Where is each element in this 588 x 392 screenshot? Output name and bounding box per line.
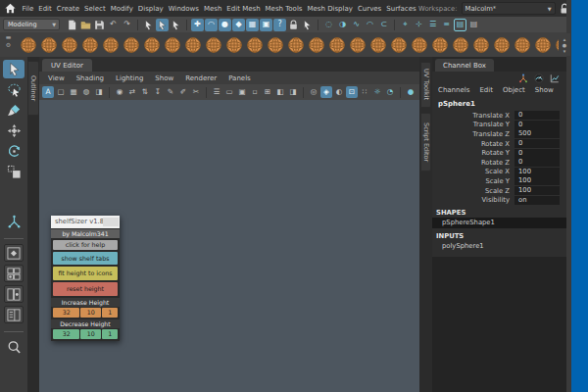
uv-checker-icon[interactable]: ▦	[68, 86, 79, 98]
search-icon[interactable]	[3, 338, 24, 357]
increase-height-32-button[interactable]: 32	[53, 308, 79, 318]
poly-sphere-icon[interactable]	[429, 34, 450, 55]
snap-view-plane-icon[interactable]: ▦	[246, 19, 259, 31]
increase-height-1-button[interactable]: 1	[102, 308, 118, 318]
tab-uv-editor[interactable]: UV Editor	[42, 59, 92, 72]
redo-icon[interactable]: ↷	[121, 19, 133, 31]
channel-box-toggle-icon[interactable]: ▤	[454, 19, 466, 31]
shelf-sizer-titlebar[interactable]: shelfSizer v1.8	[51, 216, 120, 228]
menu-surfaces[interactable]: Surfaces	[384, 5, 418, 13]
poly-sphere-icon[interactable]	[512, 34, 532, 55]
uv-sphere-shaded-icon[interactable]: ◒	[417, 86, 419, 98]
menu-mesh-display[interactable]: Mesh Display	[305, 5, 355, 13]
decrease-height-32-button[interactable]: 32	[53, 329, 79, 339]
uv-grid-points-icon[interactable]: ⊡	[346, 86, 358, 98]
uv-lamp-icon[interactable]: ☼	[371, 86, 383, 98]
poly-sphere-icon[interactable]	[409, 34, 429, 55]
uv-dim-image-icon[interactable]: ▫	[249, 86, 261, 98]
channel-value-scale-y[interactable]: 100	[514, 176, 560, 185]
shelf-sizer-reset-height-button[interactable]: reset height	[53, 282, 118, 296]
poly-sphere-icon[interactable]	[244, 34, 265, 55]
quick-help-icon[interactable]: ?	[273, 19, 286, 31]
uv-menu-renderer[interactable]: Renderer	[179, 74, 222, 82]
menu-mesh[interactable]: Mesh	[201, 5, 223, 13]
menu-display[interactable]: Display	[135, 5, 166, 13]
shelf-sizer-credit-button[interactable]: by Malcolm341	[51, 229, 120, 238]
menu-create[interactable]: Create	[54, 5, 81, 13]
poly-sphere-icon[interactable]	[347, 34, 368, 55]
poly-sphere-icon[interactable]	[38, 34, 59, 55]
poly-sphere-icon[interactable]	[162, 34, 182, 55]
shelf-sizer-show-shelf-tabs-button[interactable]: show shelf tabs	[53, 252, 118, 265]
uv-wire-sphere-icon[interactable]: ◎	[308, 86, 319, 98]
poly-sphere-icon[interactable]	[223, 34, 244, 55]
menu-mesh-tools[interactable]: Mesh Tools	[263, 5, 305, 13]
tab-uv-toolkit[interactable]: UV Toolkit	[420, 62, 431, 108]
poly-sphere-icon[interactable]	[100, 34, 121, 55]
decrease-height-1-button[interactable]: 1	[102, 329, 118, 339]
uv-flip-u-icon[interactable]: ⇄	[126, 86, 138, 98]
poly-sphere-icon[interactable]	[491, 34, 512, 55]
poly-sphere-icon[interactable]	[59, 34, 79, 55]
menu-select[interactable]: Select	[82, 5, 109, 13]
uv-flip-v-icon[interactable]: ⇅	[139, 86, 151, 98]
uv-menu-shading[interactable]: Shading	[71, 74, 110, 82]
make-live-icon[interactable]: ▣	[260, 19, 272, 31]
shelf-menu-icon[interactable]: ▬	[6, 34, 12, 40]
uv-frame-fill-icon[interactable]: ▣	[236, 86, 248, 98]
increase-height-10-button[interactable]: 10	[80, 308, 101, 318]
uv-camera-icon[interactable]: ◉	[114, 86, 125, 98]
attribute-editor-icon[interactable]: ☰	[426, 19, 439, 31]
rotate-tool-icon[interactable]	[3, 142, 24, 161]
cb-menu-object[interactable]: Object	[503, 86, 525, 94]
layer-editor-icon[interactable]: ▤	[467, 19, 480, 31]
cb-menu-edit[interactable]: Edit	[479, 86, 493, 94]
channel-value-translate-y[interactable]: 0	[514, 121, 560, 129]
tab-script-editor[interactable]: Script Editor	[420, 113, 431, 172]
uv-menu-panels[interactable]: Panels	[222, 74, 257, 82]
speed-icon[interactable]	[533, 73, 544, 83]
poly-sphere-icon[interactable]	[285, 34, 306, 55]
shelf-sizer-click-for-help-button[interactable]: click for help	[53, 240, 118, 250]
uv-dots-icon[interactable]: ∷	[359, 86, 370, 98]
channel-value-translate-x[interactable]: 0	[514, 111, 560, 120]
channel-value-visibility[interactable]: on	[514, 196, 560, 205]
outliner-persp-layout-icon[interactable]	[4, 306, 24, 323]
menu-set-dropdown[interactable]: Modeling ▼	[3, 19, 60, 30]
uv-menu-show[interactable]: Show	[149, 74, 179, 82]
uv-pin-icon[interactable]: ↧	[152, 86, 164, 98]
select-hierarchy-icon[interactable]	[142, 19, 155, 31]
poly-sphere-icon[interactable]	[18, 34, 38, 55]
soft-selection-icon[interactable]: ◌	[322, 19, 335, 31]
poly-sphere-icon[interactable]	[326, 34, 347, 55]
menu-file[interactable]: File	[20, 5, 36, 13]
scroll-down-icon[interactable]: ▾	[564, 48, 566, 54]
poly-sphere-icon[interactable]	[265, 34, 285, 55]
poly-sphere-icon[interactable]	[450, 34, 470, 55]
menu-modify[interactable]: Modify	[108, 5, 135, 13]
move-tool-icon[interactable]	[3, 122, 24, 140]
snap-point-icon[interactable]: ●	[219, 19, 231, 31]
uv-sphere-solid-icon[interactable]: ●	[405, 86, 416, 98]
channel-value-rotate-y[interactable]: 0	[514, 149, 560, 158]
two-pane-layout-icon[interactable]	[4, 285, 24, 303]
workspace-dropdown[interactable]: Malcolm* ▼	[462, 2, 556, 15]
uv-image-half-icon[interactable]: ◧	[274, 86, 286, 98]
menu-curves[interactable]: Curves	[355, 5, 383, 13]
highlight-selection-icon[interactable]	[301, 19, 314, 31]
single-pane-layout-icon[interactable]	[4, 244, 24, 262]
select-tool-icon[interactable]	[3, 60, 24, 78]
pivot-icon[interactable]	[517, 73, 528, 83]
uv-borders-icon[interactable]: ▢	[55, 86, 67, 98]
select-component-icon[interactable]	[170, 19, 182, 31]
poly-sphere-icon[interactable]	[368, 34, 388, 55]
poly-sphere-icon[interactable]	[532, 34, 553, 55]
menu-windows[interactable]: Windows	[166, 5, 201, 13]
uv-menu-lighting[interactable]: Lighting	[110, 74, 149, 82]
file-new-icon[interactable]	[66, 19, 78, 31]
tab-outliner[interactable]: Outliner	[27, 61, 39, 116]
character-controls-icon[interactable]: ⊹	[413, 19, 425, 31]
decrease-height-10-button[interactable]: 10	[80, 329, 101, 339]
four-pane-layout-icon[interactable]	[4, 265, 24, 282]
channel-value-scale-x[interactable]: 100	[514, 168, 560, 176]
